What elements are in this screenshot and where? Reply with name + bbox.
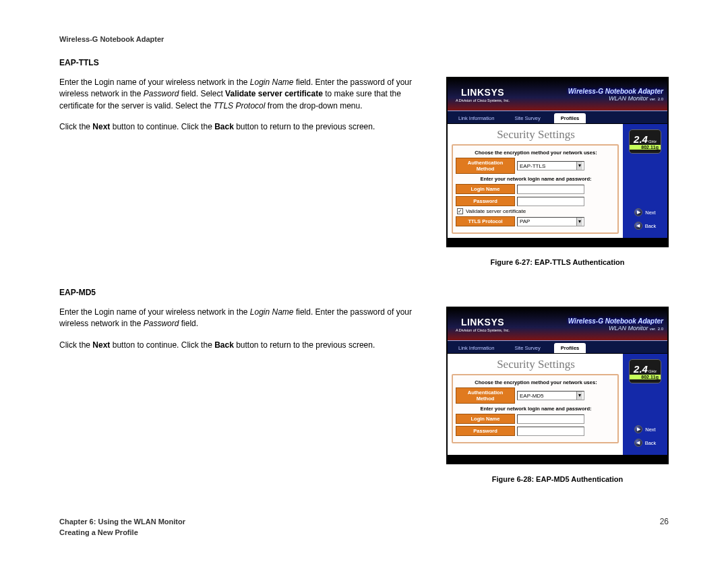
tab-site-survey[interactable]: Site Survey [508, 343, 547, 353]
ttls-protocol-select[interactable]: PAP [517, 217, 584, 226]
t: Next [92, 122, 110, 131]
t: field. [179, 319, 198, 328]
t: button to return to the previous screen. [234, 340, 375, 350]
wlan-label: WLAN Monitor [609, 95, 648, 102]
tab-link-information[interactable]: Link Information [452, 113, 501, 123]
brand-sub: A Division of Cisco Systems, Inc. [452, 98, 514, 102]
band-number: 2.4 [634, 133, 648, 145]
t: Back [214, 340, 234, 350]
figure-6-28-caption: Figure 6-28: EAP-MD5 Authentication [446, 475, 669, 483]
auth-method-label: Authentication Method [456, 158, 515, 174]
sec2-p2: Click the Next button to continue. Click… [59, 340, 433, 351]
next-button[interactable]: ▶ Next [634, 208, 655, 216]
tab-profiles[interactable]: Profiles [554, 113, 586, 123]
sec1-p1: Enter the Login name of your wireless ne… [59, 77, 433, 112]
figure-6-28: LINKSYS A Division of Cisco Systems, Inc… [446, 307, 669, 464]
next-button[interactable]: ▶ Next [634, 425, 655, 433]
t: Validate server certificate [225, 89, 323, 98]
figure-6-27-caption: Figure 6-27: EAP-TTLS Authentication [446, 258, 669, 266]
band-unit: GHz [648, 369, 657, 373]
t: Click the [59, 340, 92, 350]
panel-title: Security Settings [452, 128, 619, 142]
footer-section: Creating a New Profile [59, 528, 185, 538]
login-name-input[interactable] [517, 185, 584, 194]
tab-site-survey[interactable]: Site Survey [508, 113, 547, 123]
band-unit: GHz [648, 139, 657, 144]
password-input[interactable] [517, 427, 584, 436]
page-number: 26 [660, 517, 669, 538]
version-value: 2.0 [658, 97, 663, 101]
sec1-p2: Click the Next button to continue. Click… [59, 121, 433, 133]
t: button to continue. Click the [110, 122, 214, 131]
auth-method-label: Authentication Method [456, 387, 515, 404]
t: Click the [59, 122, 92, 131]
method-label: Choose the encryption method your networ… [457, 150, 615, 156]
version-prefix: ver. [650, 97, 657, 101]
sec1-title: EAP-TTLS [59, 58, 669, 67]
panel-title: Security Settings [452, 358, 619, 371]
back-label: Back [645, 440, 657, 446]
product-name: Wireless-G Notebook Adapter [518, 317, 663, 325]
next-label: Next [645, 210, 655, 216]
wlan-label: WLAN Monitor [609, 325, 648, 332]
back-arrow-icon: ◀ [634, 439, 642, 447]
login-name-input[interactable] [517, 414, 584, 424]
band-standard: 802.11g [630, 145, 661, 150]
password-input[interactable] [517, 197, 584, 206]
password-label: Password [456, 426, 515, 436]
t: TTLS Protocol [214, 101, 266, 111]
product-name: Wireless-G Notebook Adapter [518, 88, 663, 95]
t: Password [144, 89, 179, 98]
play-icon: ▶ [634, 208, 642, 216]
password-label: Password [456, 196, 515, 206]
band-badge: 2.4 GHz 802.11g [629, 359, 661, 383]
back-label: Back [645, 223, 657, 229]
t: Enter the Login name of your wireless ne… [59, 77, 250, 87]
t: Login Name [250, 77, 294, 87]
auth-method-select[interactable]: EAP-MD5 [517, 391, 584, 400]
version-value: 2.0 [658, 327, 663, 331]
back-button[interactable]: ◀ Back [634, 222, 657, 230]
auth-method-select[interactable]: EAP-TTLS [517, 161, 584, 170]
method-label: Choose the encryption method your networ… [457, 379, 615, 385]
brand-sub: A Division of Cisco Systems, Inc. [452, 328, 514, 332]
t: Back [214, 122, 234, 131]
band-number: 2.4 [634, 363, 648, 375]
tab-profiles[interactable]: Profiles [554, 343, 586, 353]
sec2-title: EAP-MD5 [59, 288, 669, 297]
brand-logo: LINKSYS [452, 87, 514, 98]
login-label: Enter your network login name and passwo… [457, 176, 615, 182]
sec2-p1: Enter the Login name of your wireless ne… [59, 307, 433, 330]
back-arrow-icon: ◀ [634, 222, 642, 230]
t: Password [144, 319, 179, 328]
t: Enter the Login name of your wireless ne… [59, 307, 250, 317]
doc-header: Wireless-G Notebook Adapter [59, 35, 669, 43]
band-badge: 2.4 GHz 802.11g [629, 129, 661, 154]
validate-cert-checkbox[interactable]: ✓ [457, 208, 463, 214]
back-button[interactable]: ◀ Back [634, 439, 657, 447]
t: Login Name [250, 307, 294, 317]
next-label: Next [645, 427, 655, 433]
tab-link-information[interactable]: Link Information [452, 343, 501, 353]
t: field. Select [179, 89, 225, 98]
login-label: Enter your network login name and passwo… [457, 406, 615, 412]
figure-6-27: LINKSYS A Division of Cisco Systems, Inc… [446, 77, 669, 247]
t: button to continue. Click the [110, 340, 214, 350]
t: button to return to the previous screen. [234, 122, 375, 131]
footer-chapter: Chapter 6: Using the WLAN Monitor [59, 517, 185, 527]
band-standard: 802.11g [630, 375, 661, 379]
login-name-label: Login Name [456, 184, 515, 194]
t: Next [92, 340, 110, 350]
t: from the drop-down menu. [265, 101, 362, 111]
brand-logo: LINKSYS [452, 317, 514, 327]
version-prefix: ver. [650, 327, 657, 331]
ttls-protocol-label: TTLS Protocol [456, 216, 515, 226]
validate-cert-label: Validate server certificate [466, 208, 526, 214]
login-name-label: Login Name [456, 414, 515, 424]
play-icon: ▶ [634, 425, 642, 433]
